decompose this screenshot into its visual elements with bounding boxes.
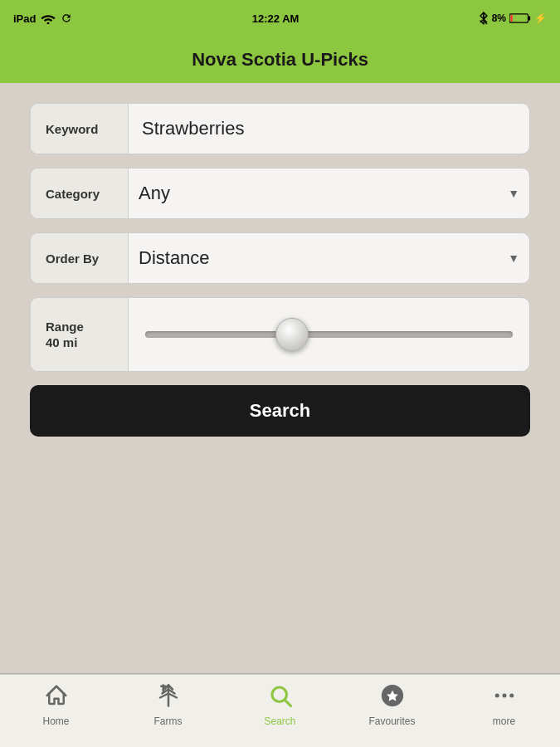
bluetooth-icon <box>479 12 489 25</box>
slider-track[interactable] <box>145 331 513 338</box>
favourites-icon <box>380 683 405 712</box>
category-chevron-icon: ▼ <box>508 187 519 200</box>
app-header: Nova Scotia U-Picks <box>0 37 560 83</box>
orderby-value: Distance <box>139 247 210 269</box>
tab-more[interactable]: more <box>448 683 560 727</box>
charging-icon: ⚡ <box>534 12 547 24</box>
page-title: Nova Scotia U-Picks <box>192 49 368 71</box>
farms-icon <box>156 683 181 712</box>
svg-rect-4 <box>510 15 513 22</box>
status-time: 12:22 AM <box>252 12 299 25</box>
orderby-label: Order By <box>31 233 129 283</box>
tab-more-label: more <box>493 715 515 727</box>
tab-home-label: Home <box>42 715 69 727</box>
search-button-label: Search <box>250 400 310 422</box>
range-slider-container[interactable] <box>129 298 529 371</box>
category-label: Category <box>31 168 129 218</box>
tab-farms[interactable]: Farms <box>112 683 224 727</box>
category-select[interactable]: Any ▼ <box>129 183 529 204</box>
more-icon <box>492 683 517 712</box>
tab-bar: Home Farms Search <box>0 674 560 747</box>
slider-thumb[interactable] <box>275 318 309 351</box>
keyword-label: Keyword <box>31 104 129 154</box>
battery-percent: 8% <box>492 12 506 24</box>
search-icon <box>268 683 293 712</box>
svg-rect-3 <box>528 16 531 20</box>
refresh-icon <box>61 12 72 24</box>
range-value: 40 mi <box>46 335 116 349</box>
orderby-select[interactable]: Distance ▼ <box>129 247 529 269</box>
status-left: iPad <box>13 12 72 25</box>
tab-home[interactable]: Home <box>0 683 112 727</box>
carrier-label: iPad <box>13 12 36 25</box>
main-content: Keyword Category Any ▼ Order By Distance… <box>0 83 560 673</box>
category-row[interactable]: Category Any ▼ <box>30 168 530 219</box>
range-row: Range 40 mi <box>30 297 530 372</box>
range-label-block: Range 40 mi <box>31 298 129 371</box>
keyword-input[interactable] <box>129 118 529 139</box>
category-value: Any <box>139 183 170 204</box>
battery-icon <box>509 12 531 24</box>
orderby-chevron-icon: ▼ <box>508 251 519 265</box>
wifi-icon <box>41 12 56 24</box>
range-label: Range <box>46 320 116 334</box>
svg-point-0 <box>47 22 50 25</box>
svg-point-13 <box>502 694 506 698</box>
svg-point-14 <box>509 694 514 698</box>
svg-line-9 <box>285 701 290 706</box>
status-bar: iPad 12:22 AM 8% ⚡ <box>0 0 560 37</box>
keyword-row: Keyword <box>30 103 530 154</box>
svg-point-12 <box>494 694 499 698</box>
search-button[interactable]: Search <box>30 385 530 437</box>
tab-farms-label: Farms <box>154 715 183 727</box>
tab-favourites[interactable]: Favourites <box>336 683 448 727</box>
home-icon <box>44 683 69 712</box>
status-right: 8% ⚡ <box>479 12 547 25</box>
tab-search[interactable]: Search <box>224 683 336 727</box>
tab-search-label: Search <box>264 715 295 727</box>
tab-favourites-label: Favourites <box>368 715 415 727</box>
orderby-row[interactable]: Order By Distance ▼ <box>30 232 530 284</box>
